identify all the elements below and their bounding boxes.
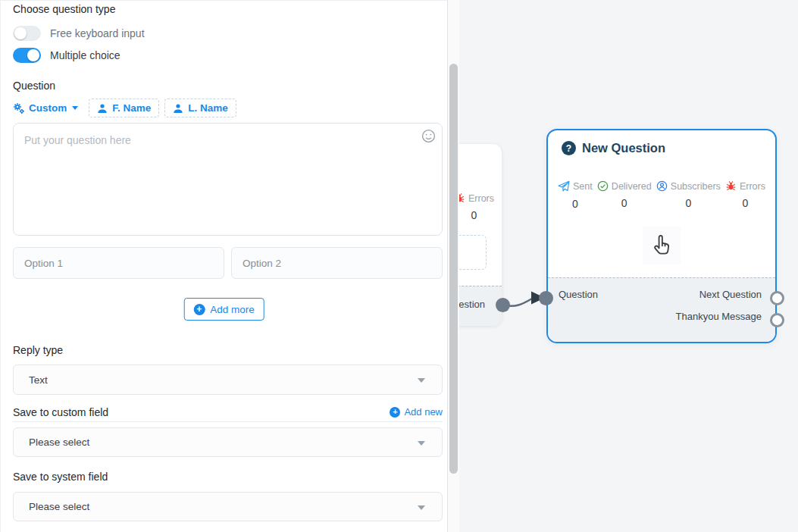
stat-value: 0 [471,209,477,221]
stat-label: Delivered [612,181,652,192]
choose-question-type-label: Choose question type [13,3,115,15]
stat-label: Errors [740,181,765,192]
reply-type-value: Text [29,374,48,386]
previous-question-node[interactable]: Errors 0 Next Question [459,144,502,326]
multiple-choice-toggle[interactable] [13,48,41,63]
option-2-input[interactable] [231,247,443,279]
bug-icon [725,180,737,192]
gears-icon [13,102,25,114]
question-settings-panel: Choose question type Free keyboard input… [0,0,448,532]
question-text-wrapper [13,123,443,236]
custom-fields-dropdown[interactable]: Custom [13,102,78,114]
panel-scrollbar[interactable] [448,0,459,532]
chevron-down-icon [418,441,425,446]
system-field-select[interactable]: Please select [13,492,443,521]
node-title: New Question [582,141,665,155]
question-text-input[interactable] [14,124,442,235]
node-ports-footer: Question Next Question Thankyou Message [548,277,775,342]
stat-value: 0 [743,197,749,209]
paper-plane-icon [558,180,570,192]
chevron-down-icon [72,106,78,110]
node-stat-sent: Sent 0 [558,180,593,210]
last-name-tag-label: L. Name [188,102,228,114]
output-port-label-next-question: Next Question [699,289,762,300]
node-stat-errors: Errors 0 [459,192,494,221]
last-name-tag-button[interactable]: L. Name [164,99,236,117]
multiple-choice-label: Multiple choice [50,49,120,61]
chevron-down-icon [418,505,425,510]
output-port-thankyou[interactable] [770,313,784,327]
stat-label: Errors [468,193,494,204]
flow-canvas[interactable]: Errors 0 Next Question ? New Question [459,0,798,532]
free-keyboard-toggle[interactable] [13,26,41,41]
scrollbar-thumb[interactable] [449,64,458,474]
input-port-label: Question [559,289,598,300]
custom-field-select[interactable]: Please select [13,427,443,457]
save-custom-field-label: Save to custom field [13,406,108,418]
reply-type-label: Reply type [13,344,63,356]
first-name-tag-button[interactable]: F. Name [89,99,159,117]
hand-cursor-icon [649,233,674,258]
node-stat-errors: Errors 0 [725,180,765,210]
reply-type-select[interactable]: Text [13,365,443,395]
save-system-field-label: Save to system field [13,471,108,483]
node-header: ? New Question [562,141,665,155]
multiple-choice-toggle-row: Multiple choice [13,48,120,63]
question-badge-icon: ? [562,141,576,155]
add-new-label: Add new [404,406,443,418]
check-circle-icon [597,180,609,192]
toggle-knob [27,49,39,61]
option-1-input[interactable] [13,247,224,279]
drag-hint-area [643,227,681,264]
toggle-knob [14,27,27,39]
output-port-connector[interactable] [496,298,510,312]
output-port-label-thankyou: Thankyou Message [676,311,762,322]
free-keyboard-label: Free keyboard input [50,27,145,39]
custom-field-value: Please select [29,437,89,448]
node-stat-delivered: Delivered 0 [597,180,652,210]
app-root: Choose question type Free keyboard input… [0,0,798,532]
node-stat-subscribers: Subscribers 0 [656,180,721,210]
merge-tag-row: Custom F. Name L. Name [13,98,242,118]
first-name-tag-label: F. Name [112,102,151,114]
user-circle-icon [656,180,668,192]
input-port-connector[interactable] [539,291,553,305]
stat-value: 0 [621,197,627,209]
user-input-placeholder [459,235,487,270]
new-question-node[interactable]: ? New Question Sent 0 [546,129,777,343]
add-more-button[interactable]: + Add more [183,298,264,321]
question-section-label: Question [13,80,55,92]
add-more-label: Add more [210,304,255,315]
stat-value: 0 [572,198,578,210]
add-new-custom-field-link[interactable]: + Add new [390,406,443,418]
free-keyboard-toggle-row: Free keyboard input [13,26,145,41]
plus-icon: + [390,407,400,418]
bug-icon [459,192,465,204]
emoji-picker-icon[interactable] [421,129,436,143]
stat-value: 0 [685,197,691,209]
custom-chip-label: Custom [29,102,67,114]
chevron-down-icon [418,378,425,383]
output-port-label: Next Question [459,299,485,310]
node-stats-row: Sent 0 Delivered 0 [548,180,775,210]
system-field-value: Please select [29,501,89,512]
save-custom-field-header: Save to custom field + Add new [13,406,443,422]
user-icon [173,103,183,114]
output-port-next-question[interactable] [770,291,784,305]
user-icon [97,103,108,114]
stat-label: Sent [573,181,593,192]
stat-label: Subscribers [671,181,721,192]
plus-icon: + [193,304,205,315]
